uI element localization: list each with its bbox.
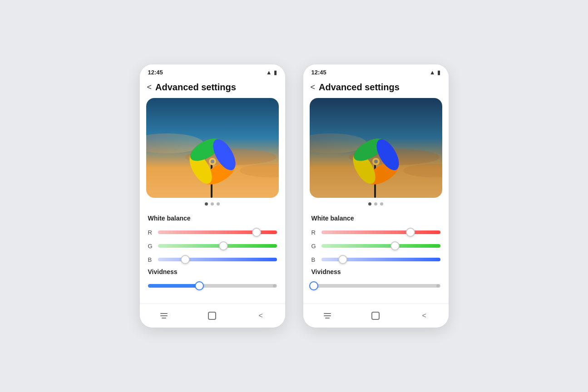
white-balance-label-left: White balance (148, 215, 277, 222)
slider-track-wrap-b-right[interactable] (321, 255, 440, 265)
vividness-track-wrap-left[interactable] (148, 281, 277, 291)
vividness-section-right: Vividness (311, 268, 440, 300)
vividness-end-dot-left (273, 284, 276, 288)
slider-track-r-right (321, 230, 440, 234)
back-arrow-right[interactable]: < (311, 83, 316, 92)
nav-bar-right: < (303, 304, 449, 328)
nav-bar-left: < (140, 304, 285, 328)
dots-right (303, 198, 449, 209)
slider-row-b-left: B (148, 255, 277, 265)
dot-left-0[interactable] (205, 202, 208, 206)
slider-label-b-left: B (148, 256, 154, 263)
header-title-right: Advanced settings (319, 82, 400, 93)
header-title-left: Advanced settings (155, 82, 236, 93)
dots-left (140, 198, 285, 209)
status-time-right: 12:45 (311, 69, 326, 76)
back-arrow-left[interactable]: < (147, 83, 152, 92)
vividness-section-left: Vividness (148, 268, 277, 300)
slider-thumb-g-right[interactable] (390, 241, 400, 250)
slider-row-g-right: G (311, 241, 440, 251)
content-left: White balance R G B V (140, 209, 285, 300)
slider-label-g-left: G (148, 243, 154, 250)
slider-label-r-right: R (311, 229, 318, 236)
slider-thumb-g-left[interactable] (219, 241, 228, 250)
phone-left: 12:45 ▲ ▮ < Advanced settings (140, 64, 285, 328)
home-button-right[interactable] (369, 310, 382, 321)
slider-track-g-right (321, 244, 440, 248)
slider-label-b-right: B (311, 256, 318, 263)
battery-icon-right: ▮ (437, 69, 440, 76)
content-right: White balance R G B V (303, 209, 449, 300)
vividness-thumb-right[interactable] (309, 281, 318, 290)
vividness-slider-row-left (148, 281, 277, 291)
status-bar-left: 12:45 ▲ ▮ (140, 64, 285, 78)
status-icons-right: ▲ ▮ (430, 69, 440, 76)
slider-track-wrap-b-left[interactable] (158, 255, 277, 265)
battery-icon-left: ▮ (274, 69, 277, 76)
header-left: < Advanced settings (140, 78, 285, 98)
status-time-left: 12:45 (148, 69, 163, 76)
image-area-left (146, 98, 279, 198)
vividness-label-left: Vividness (148, 268, 277, 275)
slider-label-g-right: G (311, 243, 318, 250)
svg-point-25 (374, 160, 378, 163)
status-icons-left: ▲ ▮ (266, 69, 277, 76)
dot-right-1[interactable] (374, 202, 377, 206)
vividness-track-wrap-right[interactable] (311, 281, 440, 291)
signal-icon-left: ▲ (266, 69, 272, 76)
vividness-slider-row-right (311, 281, 440, 291)
vividness-label-right: Vividness (311, 268, 440, 275)
slider-track-wrap-r-left[interactable] (158, 227, 277, 237)
dot-right-0[interactable] (368, 202, 371, 206)
status-bar-right: 12:45 ▲ ▮ (303, 64, 449, 78)
slider-track-wrap-g-left[interactable] (158, 241, 277, 251)
slider-track-b-left (158, 258, 277, 261)
slider-label-r-left: R (148, 229, 154, 236)
header-right: < Advanced settings (303, 78, 449, 98)
image-area-right (310, 98, 442, 198)
slider-row-b-right: B (311, 255, 440, 265)
home-button-left[interactable] (205, 310, 219, 321)
recents-button-right[interactable] (321, 310, 334, 321)
dot-right-2[interactable] (380, 202, 383, 206)
back-button-right[interactable]: < (417, 310, 431, 321)
slider-thumb-b-right[interactable] (338, 255, 347, 264)
vividness-track-left (148, 284, 277, 288)
white-balance-label-right: White balance (311, 215, 440, 222)
slider-track-wrap-g-right[interactable] (321, 241, 440, 251)
slider-row-r-left: R (148, 227, 277, 237)
slider-track-g-left (158, 244, 277, 248)
dot-left-2[interactable] (217, 202, 220, 206)
slider-thumb-r-right[interactable] (406, 228, 415, 237)
vividness-thumb-left[interactable] (195, 281, 204, 290)
recents-button-left[interactable] (157, 310, 171, 321)
vividness-track-right (311, 284, 440, 288)
back-button-left[interactable]: < (254, 310, 267, 321)
slider-row-r-right: R (311, 227, 440, 237)
signal-icon-right: ▲ (430, 69, 435, 76)
slider-track-wrap-r-right[interactable] (321, 227, 440, 237)
svg-point-12 (211, 160, 214, 163)
slider-thumb-b-left[interactable] (181, 255, 190, 264)
dot-left-1[interactable] (211, 202, 214, 206)
vividness-end-dot-right (436, 284, 440, 288)
slider-thumb-r-left[interactable] (252, 228, 261, 237)
phone-right: 12:45 ▲ ▮ < Advanced settings (303, 64, 449, 328)
slider-row-g-left: G (148, 241, 277, 251)
